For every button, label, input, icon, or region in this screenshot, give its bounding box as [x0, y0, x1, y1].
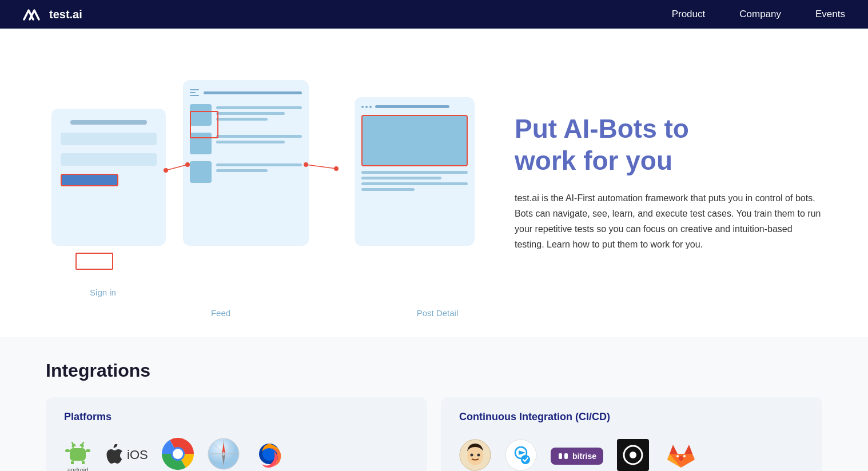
svg-point-30 [467, 447, 483, 465]
gitlab-icon [663, 437, 699, 471]
svg-point-41 [630, 452, 636, 458]
post-text-lines [361, 171, 468, 191]
post-screen-card [355, 97, 475, 246]
chrome-svg [162, 438, 194, 470]
hero-title-line1: Put AI-Bots to [515, 114, 689, 143]
feed-text-2 [216, 133, 302, 143]
ios-label: iOS [127, 448, 148, 462]
svg-point-19 [173, 449, 183, 459]
ios-group: iOS [105, 444, 148, 466]
svg-point-43 [676, 455, 679, 457]
android-icon: android [64, 437, 91, 471]
hero-title-line2: work for you [515, 146, 672, 175]
svg-point-42 [679, 456, 683, 461]
signin-btn [61, 174, 118, 186]
bitrise-badge: bitrise [551, 448, 603, 465]
signin-label: Sign in [69, 288, 137, 297]
nav-links: Product Company Events [672, 9, 845, 20]
post-detail-label: Post Detail [392, 308, 483, 318]
feed-text-3 [216, 161, 302, 172]
hero-title: Put AI-Bots to work for you [515, 113, 822, 176]
feed-menu-icon [190, 89, 199, 96]
post-header [361, 105, 468, 108]
svg-point-33 [505, 440, 536, 470]
circleci-svg [505, 439, 537, 471]
svg-point-36 [521, 455, 530, 464]
hero-description: test.ai is the AI-First automation frame… [515, 190, 822, 253]
feed-row-3 [190, 161, 302, 183]
svg-rect-13 [71, 461, 74, 464]
svg-line-3 [306, 165, 336, 169]
post-title-line [375, 105, 449, 108]
platforms-icons: android iOS [64, 437, 409, 471]
svg-point-5 [334, 166, 339, 171]
signin-line [70, 120, 147, 125]
feed-header [190, 89, 302, 96]
bitrise-logo-svg [558, 451, 569, 461]
bitrise-text: bitrise [572, 452, 596, 461]
circleci-bw-icon [617, 439, 649, 471]
signin-input2 [61, 153, 157, 166]
svg-point-11 [74, 446, 76, 448]
svg-point-12 [80, 446, 82, 448]
signin-input1 [61, 133, 157, 145]
signin-screen-card [51, 109, 166, 246]
circleci-bw-svg [617, 439, 649, 471]
nav-link-company[interactable]: Company [739, 9, 781, 19]
android-svg [64, 437, 91, 464]
bitrise-icon: bitrise [551, 448, 603, 465]
hero-illustration: Sign in Feed Post Detail [34, 63, 480, 303]
android-label: android [67, 466, 89, 471]
firefox-svg [253, 438, 285, 470]
platforms-card: Platforms [46, 397, 427, 471]
jenkins-icon [459, 439, 491, 471]
feed-title-line [204, 91, 302, 94]
gitlab-svg [663, 437, 699, 471]
signin-highlight-box [75, 253, 113, 270]
post-image-box [361, 115, 468, 166]
jenkins-svg [459, 439, 491, 471]
post-menu-icon [361, 106, 372, 108]
svg-rect-14 [82, 461, 85, 464]
logo-icon [23, 7, 43, 22]
integrations-section: Integrations Platforms [0, 337, 868, 471]
hero-text-block: Put AI-Bots to work for you test.ai is t… [515, 113, 822, 252]
firefox-icon [253, 438, 285, 471]
svg-rect-37 [559, 453, 562, 459]
safari-svg [208, 438, 240, 470]
nav-link-events[interactable]: Events [815, 9, 845, 19]
safari-icon [208, 438, 240, 471]
integration-cards-container: Platforms [46, 397, 822, 471]
logo-arrows-svg [23, 7, 43, 22]
cicd-card-title: Continuous Integration (CI/CD) [459, 411, 804, 423]
feed-thumb-3 [190, 161, 212, 183]
feed-text-1 [216, 104, 302, 121]
integrations-title: Integrations [46, 360, 822, 381]
hero-section: Sign in Feed Post Detail Put AI-Bots to … [0, 29, 868, 337]
svg-rect-15 [65, 449, 70, 452]
svg-point-32 [477, 454, 480, 457]
circleci-icon [505, 439, 537, 471]
nav-logo[interactable]: test.ai [23, 7, 672, 22]
svg-point-44 [683, 455, 686, 457]
platforms-card-title: Platforms [64, 411, 409, 423]
apple-svg [105, 444, 124, 466]
nav-link-product[interactable]: Product [672, 9, 706, 19]
logo-text: test.ai [49, 8, 82, 21]
svg-rect-38 [564, 453, 568, 459]
cicd-icons: bitrise [459, 437, 804, 471]
feed-label: Feed [186, 308, 255, 318]
feed-screen-card [183, 80, 309, 246]
cicd-card: Continuous Integration (CI/CD) [441, 397, 822, 471]
chrome-icon [162, 438, 194, 471]
feed-highlight-box [190, 111, 218, 138]
navbar: test.ai Product Company Events [0, 0, 868, 29]
svg-rect-16 [86, 449, 90, 452]
svg-rect-6 [70, 448, 86, 461]
svg-point-31 [471, 454, 473, 457]
